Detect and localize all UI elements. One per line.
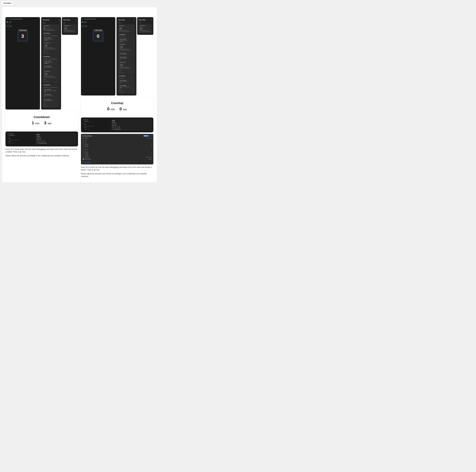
align-right-icon[interactable]: ≡ (41, 140, 43, 142)
countdown-desc-2: Please adjust the seconds accordingly in… (5, 154, 78, 157)
bap1-plus-icon[interactable]: + (56, 18, 57, 21)
vars-filter-all[interactable]: All variables (82, 138, 88, 139)
bap2-plus[interactable]: + (73, 18, 74, 21)
ct2-checkbox-row: Reset scroll position (44, 48, 58, 50)
cu-align-left-icon[interactable]: ≡ (112, 126, 114, 128)
vars-row-cusec[interactable]: # CUSec 0 (82, 143, 152, 145)
vars-group-countup: Countup Countup # CUSec 0 # CUMin 0 (82, 140, 152, 147)
cu-ct3-reset-lbl: Reset scroll position (122, 68, 131, 69)
cu-ct2-checkbox[interactable] (120, 50, 121, 51)
cu-cond1-changeto: Change to State reset Instant State mana… (119, 43, 134, 52)
ct2-checkbox[interactable] (44, 48, 46, 50)
cu-cond1-setvar-sec: Set variable Countup/CUSec 0 (119, 56, 134, 60)
cond1-add-action[interactable]: Add action (44, 52, 59, 54)
cu-cond1-minus[interactable]: — (132, 34, 134, 36)
cu-sv5-label: Set variable (120, 85, 133, 86)
vars-row-cumin[interactable]: # CUMin 0 (82, 145, 152, 147)
cu-hash-icon: # (83, 119, 83, 120)
ct4-checkbox[interactable] (64, 31, 66, 32)
cond2-setvar1: Set variable Countdown/CDMin CDMin - 1 (44, 60, 59, 65)
cond3-minus[interactable]: — (56, 84, 59, 87)
reset-dot (7, 26, 8, 27)
countdown-preview-element: ↑ After delay 3 (17, 31, 28, 41)
countdown-column: Countdown ✕ X/Countdown/Seconds start 3 (5, 10, 78, 179)
countdown-start-row[interactable]: start (7, 21, 39, 23)
vars-countdown-label: Countdown (83, 150, 88, 152)
bottom-row: # countdown Countdown 1 min (7, 133, 77, 145)
cu-min-unit: min (111, 108, 115, 111)
countup-reset-row[interactable]: reset (82, 25, 114, 27)
countup-start-row[interactable]: start (82, 21, 114, 23)
cond2-else: else (44, 79, 59, 80)
cu-ct3-checkbox[interactable] (120, 68, 121, 69)
vars-create-btn[interactable]: + Create variable (82, 161, 152, 163)
cu-sv5-val: true (120, 87, 133, 88)
ct3-state-val: reset (44, 73, 48, 74)
ct1-checkbox[interactable] (44, 30, 45, 31)
countup-title: Countup (81, 10, 153, 15)
cu-path-label: ⊞ (112, 128, 113, 129)
cu-text-style-icon[interactable]: A (119, 126, 120, 128)
countup-x-icon: ✕ (82, 18, 83, 20)
countdown-title: Countdown (5, 10, 78, 15)
text-style-icon[interactable]: A (43, 140, 45, 142)
cu-sv1-val: CUSec - 1 (120, 41, 133, 42)
cond2-minus[interactable]: — (56, 56, 59, 59)
vars-row-cdmin[interactable]: # CDMin 1 (82, 154, 152, 156)
cu-bap2-close[interactable]: ✕ (151, 19, 152, 21)
cu-sv1-label: Set variable (120, 38, 133, 40)
timeuptext-toggle[interactable] (83, 158, 84, 160)
bottom-min: min (9, 138, 11, 139)
cond2-add-action[interactable]: Add action (44, 81, 59, 83)
vars-close-icon[interactable]: ✕ (151, 135, 152, 137)
vars-plus-icon[interactable]: + (149, 135, 150, 137)
countdown-after-delay-badge[interactable]: ↑ After delay (18, 29, 27, 31)
cond1-else: else (44, 51, 59, 52)
after-delay-arrow: ↑ (19, 30, 20, 31)
align-center-icon[interactable]: ≡ (39, 140, 41, 142)
countdown-upper: ✕ X/Countdown/Seconds start 3 reset (5, 17, 78, 109)
cu-ct2-checkbox-row: Reset scroll position (120, 50, 133, 51)
vars-row-cdsec[interactable]: # CDSec 3 (82, 152, 152, 154)
cu-ct1-checkbox[interactable] (119, 31, 120, 32)
cu-ct4-reset-lbl: Reset scroll position (141, 31, 151, 32)
bold-label: Bold (36, 137, 39, 138)
cu-align-right-icon[interactable]: ≡ (117, 126, 118, 128)
vars-row-timeuptext[interactable]: TimeUpText False (82, 158, 152, 160)
cu-cond2-title: Conditional (119, 75, 125, 78)
align-left-icon[interactable]: ≡ (36, 140, 38, 142)
ct2-state-col: State reset (44, 44, 48, 46)
cu-align-center-icon[interactable]: ≡ (114, 126, 116, 128)
cu-bap2-plus[interactable]: + (149, 18, 150, 21)
bap2-close[interactable]: ✕ (75, 19, 77, 21)
countup-desc-2: Please adjust the seconds and minutes ac… (81, 172, 153, 178)
cu-cond2-add-action[interactable]: Add action (119, 91, 134, 93)
sv2-val: CDMin - 1 (44, 63, 58, 64)
cond1-minus[interactable]: — (56, 33, 59, 35)
cu-cond2-minus[interactable]: — (132, 75, 134, 78)
countdown-conditional-1: Conditional — # CDMin ≥ 0 and # CDSec ≥ … (43, 32, 60, 55)
cu-bap1-close[interactable]: ✕ (134, 19, 135, 21)
cond3-add-action[interactable]: Add action (44, 105, 59, 107)
cu-ct2-instant: Instant (120, 48, 133, 49)
ct3-checkbox[interactable] (44, 77, 46, 78)
vars-name-col: Name (146, 138, 149, 139)
cond1-setvar1: Set variable Countdown/CDSec CDSec - 1 (44, 36, 59, 41)
countdown-reset-row[interactable]: reset (7, 25, 39, 27)
cu-after-delay-label: After delay (96, 30, 102, 31)
vars-row-timeup[interactable]: T TimeUp Time is up! (82, 156, 152, 158)
size-val: 140% (36, 139, 39, 140)
bap2-header: After delay + ✕ (63, 18, 77, 21)
countup-after-delay-badge[interactable]: ↑ After delay (94, 29, 103, 31)
cu-bap1-plus[interactable]: + (132, 18, 133, 21)
bap1-close-icon[interactable]: ✕ (58, 19, 60, 21)
cu-sv2-var: Countup/CUMin (120, 54, 133, 55)
cu-cond1-add-action[interactable]: Add action (119, 72, 134, 74)
bottom-layer-val1: 1 (7, 136, 34, 138)
cu-bap2-delay: 1ms (139, 22, 152, 23)
ct2-instant: Instant (44, 46, 58, 47)
countup-action-panel-2: After delay + ✕ 1ms Change to State (137, 17, 153, 35)
cdsec-value: 3 (147, 152, 152, 154)
cdsec-name: CDSec (85, 152, 147, 154)
cu-ct4-checkbox[interactable] (139, 31, 141, 32)
